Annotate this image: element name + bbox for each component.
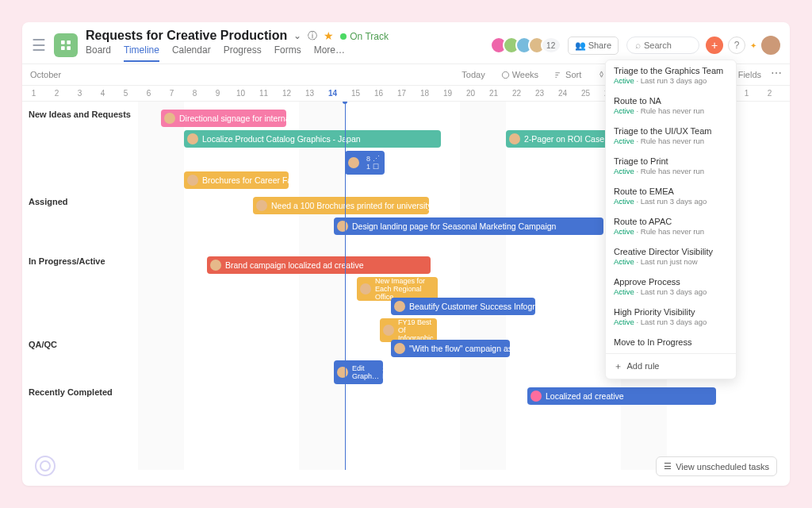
rule-item[interactable]: Triage to the UI/UX TeamActive · Rule ha… — [606, 121, 736, 151]
assignee-avatar — [509, 133, 520, 144]
svg-point-4 — [502, 71, 508, 78]
sort-button[interactable]: Sort — [548, 67, 588, 83]
list-icon: ☰ — [664, 461, 672, 471]
tab-more…[interactable]: More… — [314, 44, 345, 62]
task-bar[interactable]: Localize Product Catalog Graphics - Japa… — [184, 130, 441, 148]
day-7: 7 — [160, 89, 183, 98]
help-icon[interactable]: ? — [728, 37, 745, 54]
assignee-avatar — [164, 113, 175, 124]
svg-rect-2 — [61, 46, 65, 50]
assignee-avatar — [383, 325, 394, 336]
section-qa-qc[interactable]: QA/QC — [29, 340, 57, 349]
plus-icon: ＋ — [614, 361, 622, 371]
section-new-ideas-and-requests[interactable]: New Ideas and Requests — [29, 110, 131, 119]
day-18: 18 — [413, 89, 436, 98]
day-21: 21 — [482, 89, 505, 98]
section-assigned[interactable]: Assigned — [29, 197, 68, 206]
info-icon[interactable]: ⓘ — [308, 29, 317, 43]
assignee-avatar — [337, 367, 348, 378]
more-icon[interactable]: ⋯ — [771, 67, 782, 83]
assignee-avatar — [394, 343, 405, 354]
rule-item[interactable]: Approve ProcessActive · Last run 3 days … — [606, 271, 736, 302]
create-button[interactable]: + — [706, 37, 723, 54]
day-20: 20 — [459, 89, 482, 98]
rule-item[interactable]: Triage to the Graphics TeamActive · Last… — [606, 60, 736, 90]
day-13: 13 — [298, 89, 321, 98]
section-recently-completed[interactable]: Recently Completed — [29, 387, 113, 397]
day-3: 3 — [781, 89, 790, 98]
day-10: 10 — [229, 89, 252, 98]
search-icon: ⌕ — [635, 40, 641, 51]
tab-board[interactable]: Board — [86, 44, 111, 62]
day-15: 15 — [344, 89, 367, 98]
project-members[interactable]: 12 — [495, 37, 561, 54]
project-icon[interactable] — [54, 33, 78, 57]
day-9: 9 — [206, 89, 229, 98]
rule-item[interactable]: Route to EMEAActive · Last run 3 days ag… — [606, 181, 736, 211]
day-1: 1 — [22, 89, 45, 98]
day-11: 11 — [252, 89, 275, 98]
assignee-avatar — [187, 175, 198, 186]
today-marker — [345, 102, 346, 470]
task-bar[interactable]: Localized ad creative — [527, 387, 716, 405]
unscheduled-button[interactable]: ☰View unscheduled tasks — [656, 456, 777, 476]
svg-rect-0 — [61, 40, 65, 44]
task-bar[interactable]: Brand campaign localized ad creative — [207, 256, 431, 274]
task-bar[interactable]: Need a 100 Brochures printed for univers… — [253, 197, 429, 214]
task-bar[interactable]: Directional signage for internal events — [161, 110, 286, 127]
task-bar[interactable]: Design landing page for Seasonal Marketi… — [334, 217, 603, 235]
day-25: 25 — [574, 89, 597, 98]
project-title: Requests for Creative Production — [86, 29, 287, 43]
today-button[interactable]: Today — [455, 67, 491, 83]
assignee-avatar — [360, 283, 371, 294]
assignee-avatar — [394, 301, 405, 312]
user-avatar[interactable] — [761, 36, 780, 55]
day-5: 5 — [114, 89, 137, 98]
svg-rect-1 — [67, 40, 71, 44]
search-input[interactable]: ⌕ — [626, 37, 699, 54]
rule-item[interactable]: Route to NAActive · Rule has never run — [606, 90, 736, 121]
task-bar[interactable]: Brochures for Career Fair — [184, 171, 289, 189]
tab-progress[interactable]: Progress — [224, 44, 262, 62]
day-24: 24 — [551, 89, 574, 98]
day-23: 23 — [528, 89, 551, 98]
task-bar[interactable]: "With the flow" campaign assets — [391, 340, 510, 357]
rule-item[interactable]: Creative Director VisibilityActive · Las… — [606, 241, 736, 271]
task-bar[interactable]: Edit Graph…1 ☐ — [334, 360, 383, 384]
day-22: 22 — [505, 89, 528, 98]
add-rule-button[interactable]: ＋ Add rule — [606, 353, 736, 379]
assignee-avatar — [530, 391, 542, 402]
tab-forms[interactable]: Forms — [274, 44, 301, 62]
assignee-avatar — [337, 221, 348, 232]
task-bar[interactable]: Beautify Customer Success Infographic — [391, 298, 535, 315]
rule-item[interactable]: Triage to PrintActive · Rule has never r… — [606, 151, 736, 181]
rule-item[interactable]: High Priority VisibilityActive · Last ru… — [606, 302, 736, 332]
assignee-avatar — [187, 133, 198, 144]
task-bar[interactable]: FY19 Best Of Infographic — [380, 318, 437, 342]
assignee-avatar — [348, 157, 359, 168]
section-in-progress-active[interactable]: In Progress/Active — [29, 256, 105, 266]
day-2: 2 — [45, 89, 68, 98]
upgrade-icon[interactable]: ✦ — [750, 41, 756, 50]
zoom-weeks[interactable]: Weeks — [495, 67, 545, 83]
day-1: 1 — [735, 89, 758, 98]
day-8: 8 — [183, 89, 206, 98]
assignee-avatar — [256, 200, 267, 211]
status-badge[interactable]: On Track — [340, 29, 389, 43]
share-button[interactable]: 👥Share — [568, 37, 619, 55]
task-bar[interactable]: 2-Pager on ROI Case Study — [506, 130, 611, 148]
chevron-down-icon[interactable]: ⌄ — [293, 30, 301, 41]
rules-dropdown: Triage to the Graphics TeamActive · Last… — [605, 60, 737, 379]
tab-calendar[interactable]: Calendar — [172, 44, 211, 62]
day-19: 19 — [436, 89, 459, 98]
task-bar[interactable]: 8 ⋰ 1 ☐ — [345, 151, 385, 175]
day-14: 14 — [321, 89, 344, 98]
record-icon[interactable] — [35, 456, 56, 476]
day-2: 2 — [758, 89, 781, 98]
star-icon[interactable]: ★ — [324, 29, 334, 42]
rule-item[interactable]: Move to In Progress — [606, 332, 736, 353]
tab-timeline[interactable]: Timeline — [124, 44, 159, 62]
rule-item[interactable]: Route to APACActive · Rule has never run — [606, 211, 736, 241]
menu-icon[interactable]: ☰ — [32, 36, 46, 55]
day-16: 16 — [367, 89, 390, 98]
